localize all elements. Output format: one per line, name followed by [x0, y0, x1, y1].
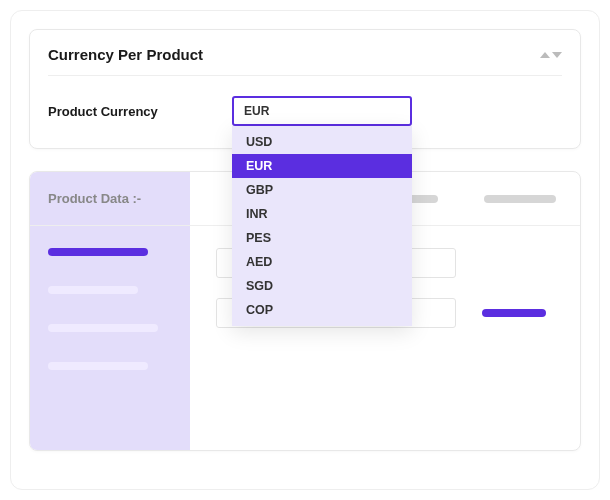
- panel-collapse-toggle[interactable]: [540, 52, 562, 58]
- app-frame: Currency Per Product Product Currency US…: [10, 10, 600, 490]
- caret-down-icon: [552, 52, 562, 58]
- product-data-sidebar: [30, 226, 190, 450]
- currency-option-pes[interactable]: PES: [232, 226, 412, 250]
- currency-option-gbp[interactable]: GBP: [232, 178, 412, 202]
- action-button[interactable]: [482, 309, 546, 317]
- product-currency-label: Product Currency: [48, 104, 208, 119]
- tab-placeholder-2[interactable]: [484, 195, 556, 203]
- sidebar-item-4[interactable]: [48, 362, 148, 370]
- currency-select-wrap: USD EUR GBP INR PES AED SGD COP: [232, 96, 412, 126]
- currency-option-sgd[interactable]: SGD: [232, 274, 412, 298]
- currency-select-input[interactable]: [232, 96, 412, 126]
- currency-option-usd[interactable]: USD: [232, 130, 412, 154]
- currency-panel: Currency Per Product Product Currency US…: [29, 29, 581, 149]
- currency-option-cop[interactable]: COP: [232, 298, 412, 322]
- currency-option-inr[interactable]: INR: [232, 202, 412, 226]
- caret-up-icon: [540, 52, 550, 58]
- currency-panel-body: Product Currency USD EUR GBP INR PES AED…: [48, 76, 562, 126]
- currency-option-eur[interactable]: EUR: [232, 154, 412, 178]
- product-data-title: Product Data :-: [30, 172, 190, 225]
- sidebar-item-2[interactable]: [48, 286, 138, 294]
- currency-panel-header: Currency Per Product: [48, 30, 562, 76]
- sidebar-item-3[interactable]: [48, 324, 158, 332]
- sidebar-item-active[interactable]: [48, 248, 148, 256]
- currency-option-aed[interactable]: AED: [232, 250, 412, 274]
- currency-panel-title: Currency Per Product: [48, 46, 203, 63]
- currency-dropdown: USD EUR GBP INR PES AED SGD COP: [232, 126, 412, 326]
